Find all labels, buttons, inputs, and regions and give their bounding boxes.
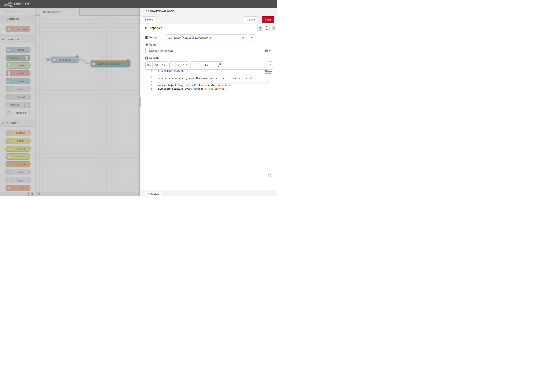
svg-text:3: 3	[192, 65, 193, 66]
